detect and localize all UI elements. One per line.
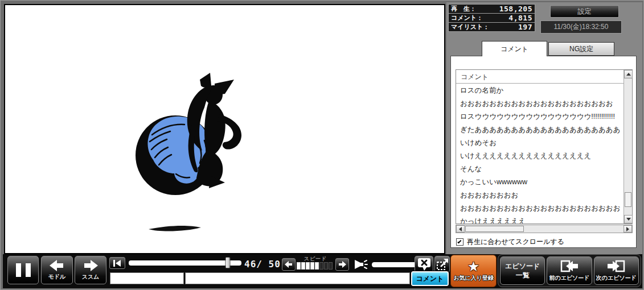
- volume-fill: [372, 262, 416, 267]
- scroll-right-button[interactable]: [624, 225, 632, 233]
- comment-row[interactable]: いけめそお: [456, 136, 624, 150]
- speaker-icon: [354, 259, 368, 270]
- prev-episode-button[interactable]: 前のエピソード: [547, 256, 592, 285]
- player-window: 再 生： 158,205 コメント： 4,815 マイリスト： 197 設定 1…: [0, 0, 644, 290]
- star-icon: ★: [467, 260, 480, 274]
- stats-panel: 再 生： 158,205 コメント： 4,815 マイリスト： 197: [448, 4, 535, 32]
- back-label: モドル: [48, 273, 66, 281]
- speed-segment: [329, 262, 333, 270]
- tab-ng[interactable]: NG設定: [548, 42, 614, 56]
- ground-shadow: [149, 226, 201, 231]
- volume-control: [354, 259, 416, 270]
- frame-counter: 46/ 50: [244, 259, 285, 270]
- check-icon: [457, 239, 461, 243]
- forward-label: ススム: [82, 273, 100, 281]
- forward-arrow-icon: [83, 260, 98, 271]
- speed-control: スピード: [282, 255, 349, 271]
- speed-segment: [301, 262, 305, 270]
- vertical-scrollbar[interactable]: [624, 70, 632, 223]
- comment-toggle-button[interactable]: [415, 256, 433, 272]
- comment-row[interactable]: ぎたああああああああああああああああああああ: [456, 123, 624, 136]
- video-area[interactable]: [4, 4, 445, 254]
- speed-segment: [297, 262, 301, 270]
- seek-handle[interactable]: [225, 257, 231, 268]
- episode-list-button[interactable]: エピソード 一覧: [500, 256, 545, 285]
- animation-frame: [5, 5, 444, 253]
- stat-row: マイリスト： 197: [448, 22, 535, 32]
- stat-label: 再 生：: [451, 5, 476, 13]
- triangle-up-icon: [626, 73, 631, 76]
- skip-to-start-icon: [113, 259, 122, 267]
- comment-row[interactable]: おおおおおおおお: [456, 189, 624, 202]
- comment-row[interactable]: そんな: [456, 163, 624, 176]
- comment-row[interactable]: ロスウウウウウウウウウウウウウウウウ!!!!!!!!!!!!: [456, 110, 624, 123]
- triangle-right-icon: [626, 227, 629, 231]
- comment-list: コメント ロスの名前か おおおおおおおおおおおおおおおおおおおおお ロスウウウウ…: [456, 69, 633, 224]
- comment-row[interactable]: おおおおおおおおおおおおおおおおおおおおおお: [456, 202, 624, 215]
- comment-row[interactable]: おおおおおおおおおおおおおおおおおおおおお: [456, 97, 624, 110]
- triangle-down-icon: [626, 218, 631, 221]
- episode-list-label-line2: 一覧: [516, 271, 530, 279]
- pause-button[interactable]: [7, 256, 39, 284]
- next-episode-icon: [606, 260, 626, 273]
- speed-segment: [319, 262, 323, 270]
- character-silhouette: [187, 73, 241, 188]
- back-arrow-icon: [50, 260, 64, 271]
- comment-input[interactable]: [185, 272, 410, 284]
- comment-row[interactable]: ロスの名前か: [456, 84, 624, 97]
- horizontal-scroll-thumb[interactable]: [465, 226, 524, 232]
- stat-label: コメント：: [451, 14, 483, 22]
- scroll-left-button[interactable]: [456, 225, 465, 233]
- speed-down-button[interactable]: [282, 258, 296, 271]
- autoscroll-checkbox[interactable]: [456, 238, 463, 246]
- next-episode-label: 次のエピソード: [596, 274, 637, 282]
- comment-list-header: コメント: [456, 70, 624, 84]
- tab-comment[interactable]: コメント: [482, 41, 547, 56]
- forward-button[interactable]: ススム: [75, 256, 106, 284]
- volume-bar[interactable]: [372, 262, 416, 267]
- speed-segments: [297, 262, 333, 270]
- resize-button[interactable]: [434, 256, 450, 272]
- skip-to-start-button[interactable]: [109, 257, 125, 269]
- datetime-display: 11/30(金)18:32:50: [540, 20, 622, 34]
- settings-button[interactable]: 設定: [550, 5, 619, 18]
- stat-value: 158,205: [476, 5, 532, 13]
- next-episode-button[interactable]: 次のエピソード: [594, 256, 639, 285]
- stat-row: 再 生： 158,205: [448, 4, 535, 14]
- command-input[interactable]: [110, 272, 184, 284]
- back-button[interactable]: モドル: [41, 256, 73, 284]
- right-panel: 再 生： 158,205 コメント： 4,815 マイリスト： 197 設定 1…: [446, 2, 642, 254]
- vertical-scroll-thumb[interactable]: [625, 192, 631, 207]
- speed-segment: [310, 262, 314, 270]
- seek-bar[interactable]: [129, 260, 241, 266]
- speed-up-button[interactable]: [335, 258, 349, 271]
- stat-value: 4,815: [483, 14, 532, 22]
- comment-submit-button[interactable]: コメント: [411, 271, 449, 286]
- comment-rows: ロスの名前か おおおおおおおおおおおおおおおおおおおおお ロスウウウウウウウウウ…: [456, 84, 624, 223]
- prev-episode-label: 前のエピソード: [549, 274, 589, 282]
- stat-value: 197: [489, 23, 532, 31]
- favorite-button[interactable]: ★ お気に入り登録: [450, 255, 497, 287]
- toolbar: モドル ススム 46/ 50 スピード: [3, 254, 642, 288]
- prev-episode-icon: [559, 260, 580, 273]
- scroll-up-button[interactable]: [624, 70, 633, 78]
- scroll-down-button[interactable]: [624, 215, 633, 223]
- expand-icon: [436, 258, 449, 271]
- comment-row[interactable]: かっけええええええ: [456, 215, 624, 223]
- comment-panel: コメント ロスの名前か おおおおおおおおおおおおおおおおおおおおお ロスウウウウ…: [450, 56, 637, 248]
- comment-row[interactable]: いけええええええええええええええええ: [456, 150, 624, 163]
- left-arrow-icon: [285, 261, 293, 268]
- stat-row: コメント： 4,815: [448, 13, 535, 23]
- speed-segment: [306, 262, 310, 270]
- pause-icon: [16, 263, 31, 277]
- right-arrow-icon: [338, 261, 346, 268]
- autoscroll-row: 再生に合わせてスクロールする: [456, 237, 564, 247]
- comment-row[interactable]: かっこいいwwwwww: [456, 176, 624, 189]
- speed-segment: [315, 262, 319, 270]
- horizontal-scrollbar[interactable]: [456, 225, 633, 233]
- episode-button-group: エピソード 一覧 前のエピソード 次のエピソード: [498, 254, 641, 287]
- speed-segment: [324, 262, 328, 270]
- episode-list-label-line1: エピソード: [505, 262, 540, 270]
- comment-bubble-x-icon: [417, 257, 431, 272]
- autoscroll-label: 再生に合わせてスクロールする: [467, 237, 564, 247]
